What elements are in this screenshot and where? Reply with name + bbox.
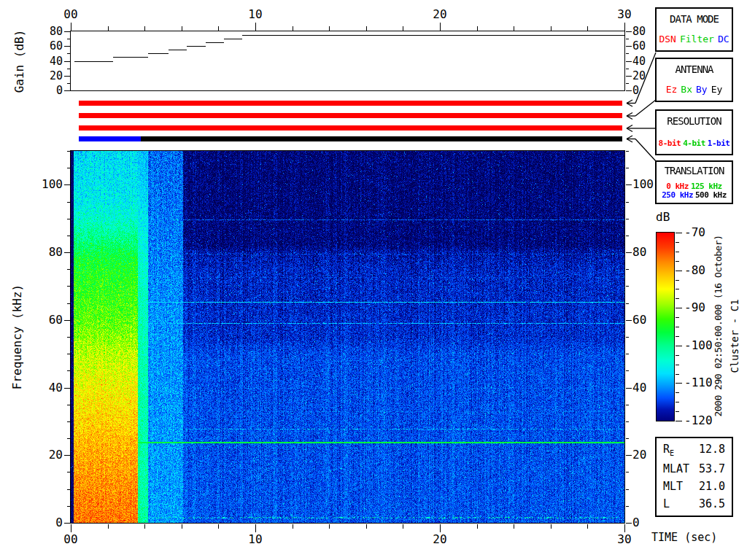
tick-label: 40: [632, 55, 646, 66]
option-1-bit: 1-bit: [708, 139, 730, 148]
tick-label: 20: [50, 70, 63, 81]
option-DSN: DSN: [659, 34, 676, 44]
tick-label: 60: [49, 314, 63, 326]
tick-label: 80: [50, 26, 63, 37]
tick-label: 20: [433, 9, 446, 20]
ephemeris-value: 21.0: [699, 481, 725, 492]
ephemeris-value: 36.5: [699, 499, 725, 510]
tick-label: -100: [684, 340, 713, 351]
option-500-kHz: 500 kHz: [695, 191, 727, 200]
tick-label: 10: [248, 534, 262, 545]
option-Ez: Ez: [666, 85, 678, 95]
tick-label: 80: [632, 26, 646, 37]
time-axis-label: TIME (sec): [651, 531, 717, 544]
spectrogram-plot: [70, 150, 625, 524]
panel-option-line: 250 kHz500 kHz: [662, 191, 727, 200]
tick-label: 60: [50, 41, 63, 52]
antenna-indicator-bar: [75, 113, 622, 118]
tick-label: 60: [632, 314, 646, 326]
bar-segment-500-kHz: [141, 136, 622, 141]
pointer-arrowhead: [627, 113, 632, 117]
ephemeris-label: RE: [663, 444, 674, 457]
pointer-arrow-lead: [635, 139, 656, 162]
panel-option-line: DSNFilterDC: [659, 34, 729, 44]
panel-title: RESOLUTION: [667, 116, 721, 126]
tick-label: 80: [49, 246, 63, 258]
bar-segment-Ez: [79, 113, 622, 118]
option-4-bit: 4-bit: [683, 139, 705, 148]
tick-label: 0: [55, 517, 63, 529]
tick-label: 00: [63, 534, 77, 545]
option-8-bit: 8-bit: [659, 139, 681, 148]
colorbar-unit-label: dB: [656, 210, 670, 224]
panel-title: ANTENNA: [675, 64, 713, 74]
pointer-arrowhead: [627, 136, 632, 139]
option-Ey: Ey: [711, 85, 723, 95]
pointer-arrowhead: [627, 139, 632, 143]
colorbar: [656, 232, 675, 421]
data-mode-indicator-bar: [75, 101, 622, 106]
tick-label: -70: [684, 227, 705, 238]
tick-label: 20: [49, 449, 63, 461]
ephemeris-value: 53.7: [699, 464, 725, 475]
panel-option-line: EzBxByEy: [666, 85, 723, 95]
tick-label: 0: [56, 85, 63, 96]
timestamp-label: 2000 290 02:50:00.000 (16 October): [713, 235, 724, 416]
pointer-arrowhead: [627, 125, 632, 129]
ephemeris-label: MLT: [663, 481, 683, 492]
ephemeris-row-L: L36.5: [663, 499, 725, 510]
bar-segment-DSN: [79, 101, 622, 106]
pointer-arrowhead: [627, 100, 632, 104]
ephemeris-row-MLT: MLT21.0: [663, 481, 725, 492]
tick-label: 100: [632, 179, 654, 190]
spacecraft-label: Cluster - C1: [729, 299, 740, 373]
translation-panel: TRANSLATION 0 kHz125 kHz250 kHz500 kHz: [655, 160, 733, 204]
pointer-arrow-lead: [635, 100, 656, 116]
pointer-arrowhead: [627, 116, 632, 120]
translation-indicator-bar: [75, 136, 622, 141]
panel-title: DATA MODE: [670, 14, 719, 24]
panel-title: TRANSLATION: [665, 166, 724, 176]
data-mode-panel: DATA MODE DSNFilterDC: [655, 7, 733, 52]
tick-label: 20: [433, 534, 446, 545]
ephemeris-panel: RE12.8MLAT53.7MLT21.0L36.5: [655, 437, 733, 517]
tick-label: 100: [42, 179, 63, 190]
tick-label: 60: [632, 41, 646, 52]
gain-step-curve: [71, 31, 624, 90]
resolution-indicator-bar: [75, 125, 622, 131]
tick-label: 30: [617, 9, 631, 20]
bar-segment-8-bit: [79, 125, 622, 131]
gain-axis-label: Gain (dB): [14, 30, 26, 93]
option-Bx: Bx: [681, 85, 692, 95]
tick-label: 0: [632, 517, 640, 529]
ephemeris-label: L: [663, 499, 670, 510]
tick-label: 0: [632, 85, 639, 96]
tick-label: 00: [63, 9, 77, 20]
panel-option-line: 8-bit4-bit1-bit: [659, 139, 730, 148]
option-DC: DC: [718, 34, 729, 44]
tick-label: 20: [632, 449, 646, 461]
tick-label: 10: [248, 9, 262, 20]
tick-label: -110: [684, 377, 713, 389]
frequency-axis-label: Frequency (kHz): [12, 284, 23, 390]
antenna-panel: ANTENNA EzBxByEy: [655, 58, 733, 102]
pointer-arrowhead: [627, 128, 632, 132]
option-Filter: Filter: [680, 34, 714, 44]
tick-label: -90: [684, 302, 705, 314]
wbd-spectrogram-display: Gain (dB) Frequency (kHz) DATA MODE DSNF…: [0, 0, 747, 560]
ephemeris-row-MLAT: MLAT53.7: [663, 464, 725, 475]
panel-options: 8-bit4-bit1-bit: [659, 139, 730, 148]
tick-label: 40: [49, 382, 63, 394]
ephemeris-row-R: RE12.8: [663, 444, 725, 457]
tick-label: 80: [632, 246, 646, 258]
panel-options: DSNFilterDC: [659, 34, 729, 44]
gain-plot: [70, 31, 625, 91]
option-250-kHz: 250 kHz: [662, 191, 693, 200]
tick-label: 30: [617, 534, 631, 545]
tick-label: -120: [684, 415, 713, 427]
tick-label: 40: [50, 55, 63, 66]
bar-segment-250-kHz: [79, 136, 141, 141]
spectrogram-canvas: [71, 151, 624, 523]
panel-options: EzBxByEy: [666, 85, 723, 95]
panel-options: 0 kHz125 kHz250 kHz500 kHz: [662, 182, 727, 200]
